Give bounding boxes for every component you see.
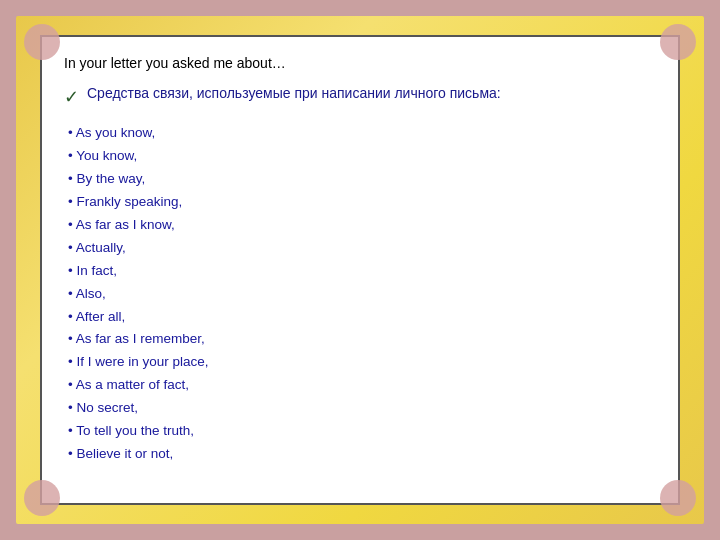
list-item: You know, — [64, 145, 656, 168]
list-item: Also, — [64, 283, 656, 306]
list-item: Actually, — [64, 237, 656, 260]
list-item: To tell you the truth, — [64, 420, 656, 443]
bullet-list: As you know,You know,By the way,Frankly … — [64, 122, 656, 466]
list-item: As far as I know, — [64, 214, 656, 237]
outer-frame: In your letter you asked me about… ✓ Сре… — [10, 10, 710, 530]
content-card: In your letter you asked me about… ✓ Сре… — [40, 35, 680, 505]
list-item: After all, — [64, 306, 656, 329]
list-item: As you know, — [64, 122, 656, 145]
list-item: As far as I remember, — [64, 328, 656, 351]
card-header: In your letter you asked me about… — [64, 55, 656, 71]
corner-decoration-bl — [24, 480, 60, 516]
list-item: As a matter of fact, — [64, 374, 656, 397]
list-item: Frankly speaking, — [64, 191, 656, 214]
list-item: Believe it or not, — [64, 443, 656, 466]
section-subtitle: Средства связи, используемые при написан… — [87, 85, 501, 101]
corner-decoration-br — [660, 480, 696, 516]
checkmark-icon: ✓ — [64, 86, 79, 108]
corner-decoration-tl — [24, 24, 60, 60]
list-item: By the way, — [64, 168, 656, 191]
list-item: If I were in your place, — [64, 351, 656, 374]
corner-decoration-tr — [660, 24, 696, 60]
list-item: In fact, — [64, 260, 656, 283]
list-item: No secret, — [64, 397, 656, 420]
section-title-row: ✓ Средства связи, используемые при напис… — [64, 85, 656, 108]
